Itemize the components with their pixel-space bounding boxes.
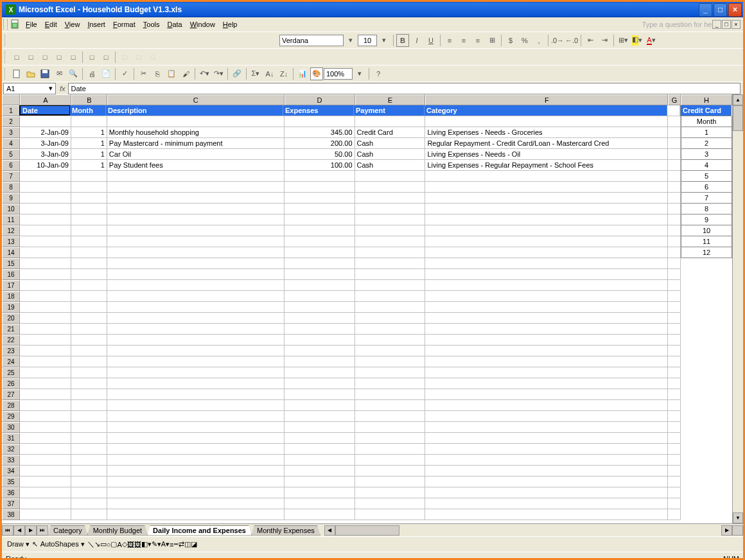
cell[interactable]	[107, 466, 285, 477]
cell[interactable]	[668, 280, 681, 291]
cell[interactable]	[668, 346, 681, 356]
cell[interactable]	[71, 411, 107, 422]
cell[interactable]	[20, 346, 71, 356]
toolbar-button[interactable]: □	[53, 51, 66, 64]
row-header[interactable]: 33	[2, 455, 20, 466]
cell[interactable]	[285, 455, 355, 466]
cell[interactable]	[20, 378, 71, 389]
cell[interactable]	[71, 389, 107, 400]
cell[interactable]	[668, 487, 681, 498]
oval-button[interactable]: ○	[107, 541, 111, 548]
cell[interactable]	[107, 477, 285, 487]
cell[interactable]	[355, 204, 426, 214]
toolbar-handle[interactable]	[4, 35, 8, 46]
cell[interactable]	[285, 411, 355, 422]
cell[interactable]	[71, 258, 107, 269]
cell[interactable]	[355, 214, 426, 225]
cell[interactable]	[668, 509, 681, 520]
cell[interactable]: 1	[71, 127, 107, 138]
cell[interactable]	[107, 302, 285, 313]
cell[interactable]	[681, 477, 732, 487]
cell[interactable]	[107, 487, 285, 498]
cell[interactable]	[285, 509, 355, 520]
row-header[interactable]: 29	[2, 411, 20, 422]
cell[interactable]	[107, 455, 285, 466]
cell[interactable]	[285, 400, 355, 411]
cell[interactable]	[425, 356, 668, 367]
cell[interactable]	[668, 455, 681, 466]
formula-bar[interactable]: Date	[68, 83, 741, 94]
cell[interactable]: Month	[70, 105, 106, 116]
cell[interactable]: 3-Jan-09	[20, 138, 71, 149]
tab-nav-last-button[interactable]: ⏭	[37, 525, 48, 536]
sheet-tab[interactable]: Daily Income and Expenses	[147, 525, 252, 536]
cell[interactable]: Living Expenses - Needs - Groceries	[425, 127, 668, 138]
row-header[interactable]: 12	[2, 225, 20, 236]
cell[interactable]: Living Expenses - Regular Repayment - Sc…	[425, 160, 668, 171]
dash-style-button[interactable]: ┅	[174, 540, 179, 548]
row-header[interactable]: 17	[2, 280, 20, 291]
cell[interactable]	[71, 400, 107, 411]
cell[interactable]: 10-Jan-09	[20, 160, 71, 171]
cell[interactable]	[20, 498, 71, 509]
cell[interactable]	[681, 280, 732, 291]
cell[interactable]	[668, 247, 681, 258]
cell[interactable]	[107, 313, 285, 324]
row-header[interactable]: 6	[2, 160, 20, 171]
cell[interactable]	[425, 302, 668, 313]
mdi-minimize-button[interactable]: _	[712, 20, 721, 29]
fx-icon[interactable]: fx	[60, 85, 66, 92]
cell[interactable]: Regular Repayment - Credit Card/Loan - M…	[425, 138, 668, 149]
cell[interactable]	[425, 422, 668, 433]
wordart-button[interactable]: A	[117, 541, 121, 548]
cut-button[interactable]: ✂	[137, 67, 150, 80]
row-header[interactable]: 4	[2, 138, 20, 149]
row-header[interactable]: 21	[2, 324, 20, 335]
cell[interactable]	[107, 193, 285, 204]
cell[interactable]	[71, 356, 107, 367]
open-button[interactable]	[24, 67, 37, 80]
cell[interactable]	[668, 313, 681, 324]
toolbar-handle[interactable]	[4, 51, 8, 63]
cell[interactable]	[107, 258, 285, 269]
cell[interactable]	[668, 411, 681, 422]
cell[interactable]	[355, 346, 426, 356]
line-color-button[interactable]: ✎▾	[152, 540, 161, 548]
borders-button[interactable]: ⊞▾	[617, 34, 629, 47]
cell[interactable]	[668, 433, 681, 444]
toolbar-button[interactable]: □	[132, 51, 145, 64]
cell[interactable]	[425, 411, 668, 422]
cell[interactable]	[107, 116, 285, 127]
undo-button[interactable]: ↶▾	[198, 67, 211, 80]
scroll-left-button[interactable]: ◀	[324, 525, 335, 536]
cell[interactable]: 1	[71, 138, 107, 149]
dropdown-icon[interactable]: ▾	[353, 67, 366, 80]
column-header[interactable]: B	[71, 94, 107, 105]
cell[interactable]	[681, 466, 732, 477]
cell[interactable]	[681, 258, 732, 269]
arrow-style-button[interactable]: ⇄	[179, 540, 184, 548]
scroll-thumb[interactable]	[733, 105, 743, 131]
cell[interactable]	[71, 444, 107, 455]
cell[interactable]	[681, 509, 732, 520]
cell[interactable]	[285, 433, 355, 444]
cell[interactable]	[71, 477, 107, 487]
cell[interactable]	[20, 487, 71, 498]
cell[interactable]	[425, 204, 668, 214]
cell[interactable]	[71, 204, 107, 214]
toolbar-button[interactable]: □	[85, 51, 98, 64]
menu-view[interactable]: View	[61, 19, 84, 30]
window-close-button[interactable]: ×	[728, 3, 742, 17]
cell[interactable]: 10	[681, 225, 732, 236]
cell[interactable]: 100.00	[285, 160, 355, 171]
cell[interactable]: Living Expenses - Needs - Oil	[425, 149, 668, 160]
shadow-button[interactable]: ◫	[184, 540, 191, 548]
cell[interactable]	[20, 302, 71, 313]
cell[interactable]: 345.00	[285, 127, 355, 138]
cell[interactable]	[71, 269, 107, 280]
cell[interactable]	[20, 433, 71, 444]
cell[interactable]	[668, 367, 681, 378]
cell[interactable]	[71, 487, 107, 498]
fill-color-button[interactable]: ◧▾	[631, 34, 644, 47]
cell[interactable]: 2-Jan-09	[20, 127, 71, 138]
